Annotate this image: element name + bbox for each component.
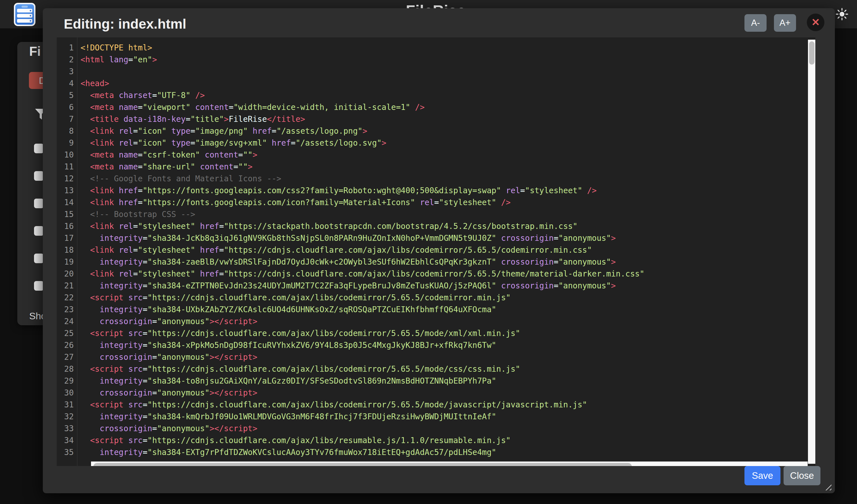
line-number: 25 bbox=[57, 328, 74, 340]
font-increase-button[interactable]: A+ bbox=[774, 14, 796, 32]
code-line: crossorigin="anonymous"></script> bbox=[81, 316, 644, 328]
close-icon[interactable]: ✕ bbox=[807, 14, 824, 31]
save-button[interactable]: Save bbox=[744, 466, 780, 485]
line-number: 14 bbox=[57, 197, 74, 209]
code-line: <script src="https://cdnjs.cloudflare.co… bbox=[81, 435, 644, 447]
code-line: integrity="sha384-eZTPTN0EvJdn23s24UDYJm… bbox=[81, 280, 644, 292]
line-number: 12 bbox=[57, 173, 74, 185]
sidebar-checkbox[interactable] bbox=[34, 281, 44, 291]
line-number: 1 bbox=[57, 42, 74, 54]
line-number: 21 bbox=[57, 280, 74, 292]
line-number: 28 bbox=[57, 363, 74, 375]
line-number: 17 bbox=[57, 232, 74, 244]
code-line: integrity="sha384-zaeBlB/vwYsDRSlFajnDd7… bbox=[81, 256, 644, 268]
font-decrease-button[interactable]: A- bbox=[744, 14, 767, 32]
line-number: 24 bbox=[57, 316, 74, 328]
code-line: integrity="sha384-UXbkZAbZYZ/KCAslc6UO4d… bbox=[81, 304, 644, 316]
line-number: 26 bbox=[57, 340, 74, 351]
horizontal-scrollbar[interactable] bbox=[91, 462, 808, 466]
line-number: 34 bbox=[57, 435, 74, 447]
code-line: integrity="sha384-EXTg7rPfdTDZWoKVCslucA… bbox=[81, 447, 644, 458]
code-lines: <!DOCTYPE html><html lang="en"><head> <m… bbox=[81, 42, 644, 458]
line-number: 31 bbox=[57, 399, 74, 411]
modal-title: Editing: index.html bbox=[64, 16, 186, 32]
line-number: 9 bbox=[57, 137, 74, 149]
line-number: 7 bbox=[57, 113, 74, 125]
line-number: 15 bbox=[57, 209, 74, 221]
line-number: 11 bbox=[57, 161, 74, 173]
sidebar-checkbox[interactable] bbox=[34, 171, 44, 181]
line-number: 32 bbox=[57, 411, 74, 423]
line-number: 10 bbox=[57, 149, 74, 161]
code-line: <head> bbox=[81, 77, 644, 89]
code-line: <!-- Bootstrap CSS --> bbox=[81, 209, 644, 221]
line-number: 2 bbox=[57, 54, 74, 66]
code-line: <link href="https://fonts.googleapis.com… bbox=[81, 185, 644, 197]
horizontal-scrollbar-thumb[interactable] bbox=[93, 463, 632, 466]
edit-modal: Editing: index.html A- A+ ✕ 123456789101… bbox=[43, 8, 835, 493]
sun-icon bbox=[836, 8, 847, 20]
code-line: integrity="sha384-xPpkMo5nDgD98fIcuRVYhx… bbox=[81, 340, 644, 351]
code-line: <!DOCTYPE html> bbox=[81, 42, 644, 54]
line-number-gutter: 1234567891011121314151617181920212223242… bbox=[57, 42, 74, 458]
sidebar-checkbox[interactable] bbox=[34, 254, 44, 263]
line-number: 23 bbox=[57, 304, 74, 316]
code-line: crossorigin="anonymous"></script> bbox=[81, 423, 644, 435]
line-number: 35 bbox=[57, 447, 74, 458]
code-line bbox=[81, 66, 644, 77]
line-number: 3 bbox=[57, 66, 74, 77]
theme-toggle-button[interactable] bbox=[836, 8, 848, 20]
code-line: <script src="https://cdnjs.cloudflare.co… bbox=[81, 328, 644, 340]
code-line: <link rel="icon" type="image/png" href="… bbox=[81, 125, 644, 137]
code-line: <meta charset="UTF-8" /> bbox=[81, 89, 644, 101]
line-number: 29 bbox=[57, 375, 74, 387]
code-line: <link href="https://fonts.googleapis.com… bbox=[81, 197, 644, 209]
sidebar-checkbox[interactable] bbox=[34, 226, 44, 236]
sidebar-checkbox[interactable] bbox=[34, 198, 44, 208]
code-line: <html lang="en"> bbox=[81, 54, 644, 66]
code-line: <meta name="csrf-token" content=""> bbox=[81, 149, 644, 161]
line-number: 16 bbox=[57, 221, 74, 232]
code-line: <link rel="stylesheet" href="https://cdn… bbox=[81, 268, 644, 280]
code-line: <link rel="icon" type="image/svg+xml" hr… bbox=[81, 137, 644, 149]
code-line: <link rel="stylesheet" href="https://cdn… bbox=[81, 244, 644, 256]
code-line: crossorigin="anonymous"></script> bbox=[81, 387, 644, 399]
app-logo[interactable] bbox=[14, 3, 35, 26]
sidebar-checkbox[interactable] bbox=[34, 144, 44, 153]
close-button[interactable]: Close bbox=[784, 466, 820, 485]
code-editor[interactable]: 1234567891011121314151617181920212223242… bbox=[57, 37, 815, 466]
code-line: <script src="https://cdnjs.cloudflare.co… bbox=[81, 399, 644, 411]
line-number: 6 bbox=[57, 101, 74, 113]
code-line: <meta name="share-url" content=""> bbox=[81, 161, 644, 173]
line-number: 19 bbox=[57, 256, 74, 268]
line-number: 20 bbox=[57, 268, 74, 280]
code-line: <link rel="stylesheet" href="https://sta… bbox=[81, 221, 644, 232]
code-line: <title data-i18n-key="title">FileRise</t… bbox=[81, 113, 644, 125]
line-number: 22 bbox=[57, 292, 74, 304]
code-line: integrity="sha384-to8njsu2GAiXQnY/aLGzz0… bbox=[81, 375, 644, 387]
vertical-scrollbar[interactable] bbox=[808, 40, 815, 464]
code-line: integrity="sha384-kmQrbJf09Uo1WRLMDVGoVG… bbox=[81, 411, 644, 423]
line-number: 13 bbox=[57, 185, 74, 197]
line-number: 4 bbox=[57, 77, 74, 89]
code-line: <script src="https://cdnjs.cloudflare.co… bbox=[81, 363, 644, 375]
code-line: integrity="sha384-JcKb8q3iqJ61gNV9KGb8th… bbox=[81, 232, 644, 244]
gutter-divider bbox=[77, 37, 78, 466]
resize-handle[interactable] bbox=[823, 482, 831, 490]
line-number: 18 bbox=[57, 244, 74, 256]
sidebar-card-title: Fi bbox=[29, 44, 41, 59]
code-line: crossorigin="anonymous"></script> bbox=[81, 351, 644, 363]
line-number: 8 bbox=[57, 125, 74, 137]
code-line: <meta name="viewport" content="width=dev… bbox=[81, 101, 644, 113]
line-number: 33 bbox=[57, 423, 74, 435]
vertical-scrollbar-thumb[interactable] bbox=[809, 41, 814, 65]
line-number: 30 bbox=[57, 387, 74, 399]
line-number: 27 bbox=[57, 351, 74, 363]
line-number: 5 bbox=[57, 89, 74, 101]
server-stack-icon bbox=[21, 6, 28, 8]
code-line: <!-- Google Fonts and Material Icons --> bbox=[81, 173, 644, 185]
code-line: <script src="https://cdnjs.cloudflare.co… bbox=[81, 292, 644, 304]
